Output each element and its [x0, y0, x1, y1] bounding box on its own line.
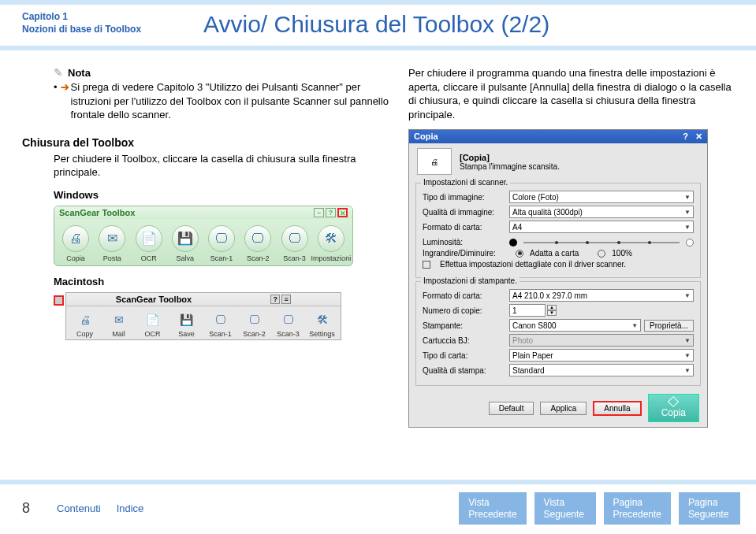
- vista-precedente-tab[interactable]: Vista Precedente: [459, 492, 526, 525]
- help-button[interactable]: ?: [270, 295, 280, 304]
- close-section-body: Per chiudere il Toolbox, cliccare la cas…: [54, 152, 393, 180]
- icon-label: Settings: [309, 330, 335, 338]
- toolbox-impostazioni[interactable]: 🛠Impostazioni: [314, 225, 348, 262]
- mac-title-controls: ? ≡: [270, 295, 291, 304]
- screen-icon: 🖵: [277, 311, 300, 328]
- contenuti-link[interactable]: Contenuti: [57, 502, 101, 514]
- windows-heading: Windows: [54, 189, 393, 201]
- minimize-button[interactable]: –: [314, 208, 324, 217]
- note-body: • ➔ Si prega di vedere Capitolo 3 "Utili…: [54, 80, 393, 122]
- vista-seguente-tab[interactable]: Vista Seguente: [534, 492, 596, 525]
- formato-carta-row: Formato di carta: A4▼: [423, 221, 694, 233]
- toolbox-scan2[interactable]: 🖵Scan-2: [240, 225, 275, 262]
- copia-button[interactable]: Copia: [648, 394, 699, 422]
- menu-button[interactable]: ≡: [281, 295, 291, 304]
- tipo-carta-dropdown[interactable]: Plain Paper▼: [509, 349, 694, 362]
- numero-copie-row: Numero di copie: 1 ▲▼: [423, 304, 694, 317]
- close-button[interactable]: [54, 295, 64, 306]
- left-column: ✎ Nota • ➔ Si prega di vedere Capitolo 3…: [22, 66, 393, 428]
- icon-label: Copia: [66, 254, 85, 262]
- toolbox-salva[interactable]: 💾Salva: [168, 225, 203, 262]
- page-number: 8: [22, 500, 41, 517]
- stampante-row: Stampante: Canon S800▼ Proprietà...: [423, 319, 694, 332]
- footer-nav: Vista Precedente Vista Seguente Pagina P…: [459, 492, 740, 525]
- mac-title-text: ScanGear Toolbox: [116, 295, 192, 304]
- luminosita-slider[interactable]: [523, 242, 680, 243]
- help-button[interactable]: ?: [326, 208, 336, 217]
- formato-carta2-dropdown[interactable]: A4 210.0 x 297.0 mm▼: [509, 289, 694, 302]
- field-label: Qualità di immagine:: [423, 208, 509, 217]
- icon-label: Save: [178, 330, 195, 338]
- mac-ocr[interactable]: 📄OCR: [137, 311, 169, 338]
- mac-scan2[interactable]: 🖵Scan-2: [239, 311, 270, 338]
- icon-label: Posta: [103, 254, 121, 262]
- close-button[interactable]: ✕: [695, 132, 702, 141]
- screen-icon: 🖵: [208, 225, 235, 252]
- mac-save[interactable]: 💾Save: [171, 311, 203, 338]
- toolbox-scan3[interactable]: 🖵Scan-3: [277, 225, 312, 262]
- radio-100[interactable]: [598, 250, 605, 258]
- header: Capitolo 1 Nozioni di base di Toolbox Av…: [0, 5, 756, 50]
- close-section-title: Chiusura del Toolbox: [22, 136, 393, 149]
- field-label: Formato di carta:: [423, 291, 509, 300]
- mac-settings[interactable]: 🛠Settings: [307, 311, 338, 338]
- icon-label: Impostazioni: [311, 254, 352, 262]
- dialog-head-label: [Copia]: [460, 153, 560, 162]
- save-icon: 💾: [176, 311, 198, 328]
- formato-carta2-row: Formato di carta: A4 210.0 x 297.0 mm▼: [423, 289, 694, 302]
- icon-label: Scan-2: [243, 330, 266, 338]
- radio-adatta-carta[interactable]: [516, 250, 523, 258]
- mac-scan1[interactable]: 🖵Scan-1: [205, 311, 236, 338]
- icon-label: Scan-2: [247, 254, 270, 262]
- note-title: Nota: [68, 67, 91, 79]
- applica-button[interactable]: Applica: [540, 402, 587, 415]
- mac-mail[interactable]: ✉Mail: [103, 311, 135, 338]
- dialog-controls: ? ✕: [683, 132, 702, 142]
- note-box: ✎ Nota • ➔ Si prega di vedere Capitolo 3…: [54, 66, 393, 122]
- mac-copy[interactable]: 🖨Copy: [69, 311, 101, 338]
- copies-spinner[interactable]: ▲▼: [547, 305, 557, 316]
- checkbox-effettua[interactable]: [423, 261, 430, 269]
- icon-label: Scan-1: [209, 330, 232, 338]
- numero-copie-input[interactable]: 1: [509, 304, 546, 317]
- note-head: ✎ Nota: [54, 66, 393, 79]
- indice-link[interactable]: Indice: [117, 502, 144, 514]
- bullet-icon: •: [54, 80, 58, 122]
- toolbox-copia[interactable]: 🖨Copia: [58, 225, 93, 262]
- annulla-button[interactable]: Annulla: [593, 401, 641, 416]
- scanner-icon: 🖨: [417, 148, 452, 175]
- settings-icon: 🛠: [311, 311, 333, 328]
- tipo-immagine-dropdown[interactable]: Colore (Foto)▼: [509, 191, 694, 203]
- stampante-dropdown[interactable]: Canon S800▼: [509, 319, 641, 332]
- toolbox-ocr[interactable]: 📄OCR: [132, 225, 166, 262]
- mac-toolbox-wrapper: ScanGear Toolbox ? ≡ 🖨Copy ✉Mail 📄OCR 💾S…: [54, 292, 393, 340]
- copia-dialog: Copia ? ✕ 🖨 [Copia] Stampa l'immagine sc…: [408, 129, 708, 428]
- toolbox-scan1[interactable]: 🖵Scan-1: [204, 225, 239, 262]
- pagina-seguente-tab[interactable]: Pagina Seguente: [679, 492, 740, 525]
- dialog-button-row: Default Applica Annulla Copia: [409, 389, 707, 422]
- help-button[interactable]: ?: [683, 132, 688, 141]
- radio-label: Adatta a carta: [530, 249, 579, 258]
- screen-icon: 🖵: [281, 225, 308, 252]
- effettua-row: Effettua impostazioni dettagliate con il…: [423, 260, 694, 269]
- content: ✎ Nota • ➔ Si prega di vedere Capitolo 3…: [0, 50, 756, 428]
- screen-icon: 🖵: [210, 311, 232, 328]
- mac-scan3[interactable]: 🖵Scan-3: [273, 311, 304, 338]
- mail-icon: ✉: [108, 311, 130, 328]
- mac-icon-row: 🖨Copy ✉Mail 📄OCR 💾Save 🖵Scan-1 🖵Scan-2 🖵…: [66, 306, 341, 339]
- toolbox-titlebar: ScanGear Toolbox – ? ✕: [54, 206, 352, 219]
- qualita-stampa-dropdown[interactable]: Standard▼: [509, 364, 694, 376]
- close-button[interactable]: ✕: [337, 208, 348, 217]
- proprieta-button[interactable]: Proprietà...: [644, 320, 694, 332]
- dark-end-icon: [509, 239, 517, 247]
- formato-carta-dropdown[interactable]: A4▼: [509, 221, 694, 233]
- dialog-header-text: [Copia] Stampa l'immagine scansita.: [460, 153, 560, 171]
- scanner-settings-group: Impostazioni di scanner. Tipo di immagin…: [415, 183, 701, 278]
- group-title: Impostazioni di stampante.: [421, 276, 520, 285]
- default-button[interactable]: Default: [489, 402, 534, 415]
- pagina-precedente-tab[interactable]: Pagina Precedente: [604, 492, 671, 525]
- toolbox-posta[interactable]: ✉Posta: [95, 225, 129, 262]
- qualita-immagine-dropdown[interactable]: Alta qualità (300dpi)▼: [509, 206, 694, 218]
- toolbox-icon-row: 🖨Copia ✉Posta 📄OCR 💾Salva 🖵Scan-1 🖵Scan-…: [54, 219, 352, 265]
- chapter-number: Capitolo 1: [22, 11, 188, 24]
